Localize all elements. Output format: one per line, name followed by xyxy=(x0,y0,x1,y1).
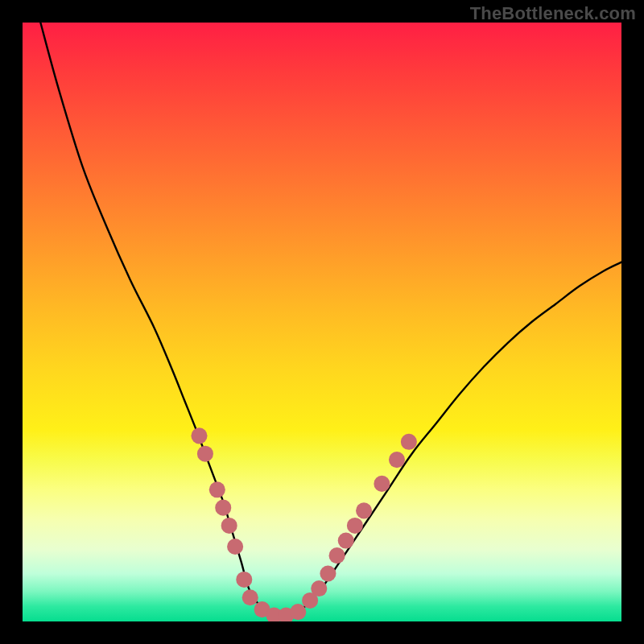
data-point xyxy=(227,539,243,555)
data-point xyxy=(236,572,252,588)
data-point xyxy=(242,589,258,605)
chart-container: TheBottleneck.com xyxy=(0,0,644,644)
data-point xyxy=(209,481,225,497)
chart-svg xyxy=(23,23,621,621)
data-point xyxy=(401,434,417,450)
watermark-text: TheBottleneck.com xyxy=(470,3,636,24)
data-point xyxy=(347,518,363,534)
data-point xyxy=(215,500,231,516)
data-point xyxy=(320,565,336,581)
data-point xyxy=(329,547,345,564)
data-point xyxy=(197,446,213,462)
data-point xyxy=(311,580,327,597)
curve-line xyxy=(40,23,621,617)
marker-group xyxy=(191,427,416,621)
data-point xyxy=(191,427,207,444)
data-point xyxy=(338,533,354,549)
data-point xyxy=(290,604,306,620)
data-point xyxy=(389,452,405,468)
data-point xyxy=(356,502,372,518)
data-point xyxy=(221,518,237,534)
data-point xyxy=(374,476,390,492)
